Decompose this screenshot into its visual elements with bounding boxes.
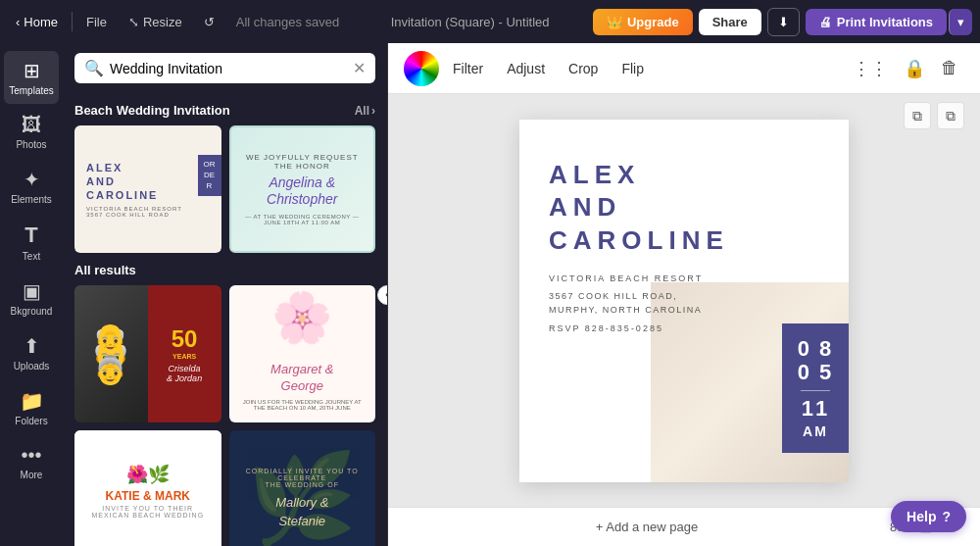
search-area: 🔍 ✕ xyxy=(63,43,387,93)
printer-icon: 🖨 xyxy=(819,15,832,29)
card-number: 50 xyxy=(172,325,198,353)
chevron-left-icon: ‹ xyxy=(16,15,20,29)
flower-icon: 🌺🌿 xyxy=(126,464,170,485)
card-time-period: AM xyxy=(792,423,839,439)
card-address: 3567 COOK HILL ROAD, MURPHY, NORTH CAROL… xyxy=(549,289,819,318)
beach-section-header: Beach Wedding Invitation All › xyxy=(74,103,375,118)
more-icon: ••• xyxy=(21,444,41,467)
help-button[interactable]: Help ? xyxy=(891,501,966,532)
search-input[interactable] xyxy=(110,61,347,76)
template-card-angelina-christopher[interactable]: WE JOYFULLY REQUEST THE HONOR Angelina &… xyxy=(229,125,376,253)
add-page-button[interactable]: + Add a new page xyxy=(404,520,890,534)
result-card-50years[interactable]: 👴 50 YEARS Criselda& Jordan xyxy=(74,285,221,422)
upgrade-button[interactable]: 👑 Upgrade xyxy=(593,9,693,35)
resize-icon: ⤡ xyxy=(128,15,139,29)
color-picker-button[interactable] xyxy=(404,51,439,86)
card-invite-text: INVITE YOU TO THEIRMEXICAN BEACH WEDDING xyxy=(91,505,204,519)
resize-button[interactable]: ⤡ Resize xyxy=(121,11,190,33)
duplicate-page-button[interactable]: ⧉ xyxy=(937,102,964,129)
sidebar: ⊞ Templates 🖼 Photos ✦ Elements T Text ▣… xyxy=(0,43,63,546)
search-container: 🔍 ✕ xyxy=(74,53,375,83)
download-icon: ⬇ xyxy=(778,15,789,29)
crown-icon: 👑 xyxy=(607,15,622,29)
template-names: Angelina &Christopher xyxy=(267,174,337,208)
adjust-button[interactable]: Adjust xyxy=(497,55,555,82)
card-top: 🌺🌿 KATIE & MARK INVITE YOU TO THEIRMEXIC… xyxy=(74,430,221,546)
templates-icon: ⊞ xyxy=(24,59,40,82)
trash-icon: 🗑 xyxy=(941,58,958,77)
divider xyxy=(72,12,73,31)
canvas-wrapper: ⧉ ⧉ ALEX AND CAROLINE VICTORIA BEACH RES… xyxy=(388,94,980,507)
beach-all-link[interactable]: All › xyxy=(355,104,375,118)
flip-button[interactable]: Flip xyxy=(612,55,654,82)
home-label: Home xyxy=(24,15,58,29)
page-actions: ⧉ ⧉ xyxy=(904,102,964,129)
chevron-down-icon: ▾ xyxy=(957,15,964,29)
sidebar-item-more[interactable]: ••• More xyxy=(4,436,59,488)
lock-button[interactable]: 🔒 xyxy=(898,52,931,85)
card-venue: VICTORIA BEACH RESORT xyxy=(549,273,819,283)
folders-icon: 📁 xyxy=(20,389,44,413)
copy-icon: ⧉ xyxy=(912,108,922,124)
sidebar-item-templates[interactable]: ⊞ Templates xyxy=(4,51,59,104)
result-card-katie-mark[interactable]: 🌺🌿 KATIE & MARK INVITE YOU TO THEIRMEXIC… xyxy=(74,430,221,546)
card-rsvp: RSVP 828-835-0285 xyxy=(549,323,819,333)
file-button[interactable]: File xyxy=(78,11,115,33)
result-card-mallory-stefanie[interactable]: 🌿 CORDIALLY INVITE YOU TO CELEBRATETHE W… xyxy=(229,430,376,546)
photos-icon: 🖼 xyxy=(22,114,41,136)
sidebar-item-folders[interactable]: 📁 Folders xyxy=(4,381,59,434)
template-card-alex-caroline[interactable]: ALEXANDCAROLINE VICTORIA BEACH RESORT356… xyxy=(74,125,221,253)
chevron-right-icon: › xyxy=(371,104,375,118)
crop-button[interactable]: Crop xyxy=(559,55,608,82)
undo-icon: ↺ xyxy=(204,15,215,29)
card-content: 50 YEARS Criselda& Jordan xyxy=(148,285,221,422)
search-clear-button[interactable]: ✕ xyxy=(353,59,366,77)
print-button[interactable]: 🖨 Print Invitations xyxy=(806,9,947,35)
text-icon: T xyxy=(24,223,37,248)
sidebar-item-elements[interactable]: ✦ Elements xyxy=(4,160,59,213)
image-toolbar: Filter Adjust Crop Flip ⋮⋮ 🔒 🗑 xyxy=(388,43,980,94)
card-time-minutes: 11 xyxy=(792,397,839,421)
grid-icon-button[interactable]: ⋮⋮ xyxy=(847,52,894,85)
card-couple-names: Criselda& Jordan xyxy=(167,364,202,383)
card-event-detail: JOIN US FOR THE WEDDING JOURNEY ATTHE BE… xyxy=(243,399,362,411)
download-button[interactable]: ⬇ xyxy=(767,8,800,36)
filter-button[interactable]: Filter xyxy=(443,55,493,82)
duplicate-icon: ⧉ xyxy=(946,108,956,124)
invitation-card: ALEX AND CAROLINE VICTORIA BEACH RESORT … xyxy=(519,120,849,482)
card-photo: 👴 xyxy=(74,285,148,422)
card-inner: CORDIALLY INVITE YOU TO CELEBRATETHE WED… xyxy=(237,468,368,529)
card-years-label: YEARS xyxy=(172,353,196,360)
card-couple-name: ALEX AND CAROLINE xyxy=(549,159,819,258)
share-button[interactable]: Share xyxy=(699,9,761,35)
uploads-icon: ⬆ xyxy=(24,334,40,358)
sidebar-item-text[interactable]: T Text xyxy=(4,215,59,270)
templates-panel: 🔍 ✕ Beach Wedding Invitation All › ALEXA… xyxy=(63,43,388,546)
template-title: ALEXANDCAROLINE xyxy=(86,161,158,203)
elements-icon: ✦ xyxy=(24,168,40,191)
sidebar-item-photos[interactable]: 🖼 Photos xyxy=(4,106,59,158)
sidebar-item-background[interactable]: ▣ Bkground xyxy=(4,272,59,324)
save-status: All changes saved xyxy=(228,11,348,33)
background-icon: ▣ xyxy=(23,279,41,303)
result-card-margaret-george[interactable]: 🌸 Margaret &George JOIN US FOR THE WEDDI… xyxy=(229,285,376,422)
template-badge: ORDER xyxy=(198,155,221,196)
all-results-grid: 👴 50 YEARS Criselda& Jordan 🌸 Margaret &… xyxy=(74,285,375,546)
card-time-hours: 0 80 5 xyxy=(792,337,839,384)
panel-content: Beach Wedding Invitation All › ALEXANDCA… xyxy=(63,93,387,546)
card-invite-line: CORDIALLY INVITE YOU TO CELEBRATETHE WED… xyxy=(237,468,368,488)
card-names: Margaret &George xyxy=(270,362,333,395)
home-button[interactable]: ‹ Home xyxy=(8,11,66,33)
copy-page-button[interactable]: ⧉ xyxy=(904,102,931,129)
beach-template-grid: ALEXANDCAROLINE VICTORIA BEACH RESORT356… xyxy=(74,125,375,253)
doc-title: Invitation (Square) - Untitled xyxy=(353,15,587,29)
print-dropdown-button[interactable]: ▾ xyxy=(949,9,972,35)
template-subtitle: WE JOYFULLY REQUEST THE HONOR xyxy=(239,153,367,171)
sidebar-item-uploads[interactable]: ⬆ Uploads xyxy=(4,326,59,379)
topbar: ‹ Home File ⤡ Resize ↺ All changes saved… xyxy=(0,0,980,43)
card-couple: KATIE & MARK xyxy=(106,489,190,503)
undo-button[interactable]: ↺ xyxy=(196,11,222,33)
resize-label: Resize xyxy=(143,15,182,29)
template-details: — AT THE WEDDING CEREMONY —JUNE 18TH AT … xyxy=(245,214,359,225)
trash-button[interactable]: 🗑 xyxy=(935,52,964,84)
